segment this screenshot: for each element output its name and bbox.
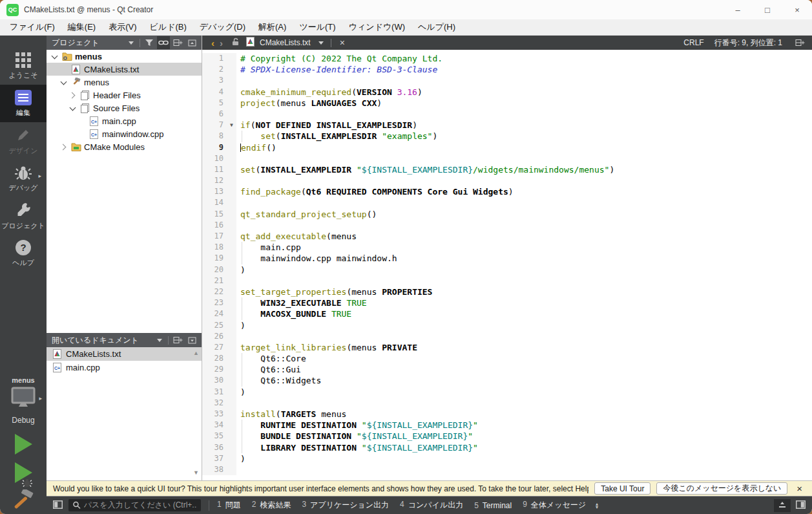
line-ending-indicator[interactable]: CRLF (683, 38, 703, 47)
code-line-34[interactable]: 34 RUNTIME DESTINATION "${INSTALL_EXAMPL… (202, 420, 812, 431)
mode-edit[interactable]: 編集 (0, 85, 47, 122)
open-file-name[interactable]: CMakeLists.txt (257, 38, 313, 47)
kit-flyout-icon[interactable]: ▸ (39, 395, 42, 402)
sync-with-editor-link-icon[interactable] (157, 36, 170, 49)
tree-item-source-files[interactable]: Source Files (47, 102, 202, 114)
close-document-icon[interactable]: × (333, 37, 351, 48)
hide-panel-icon[interactable] (185, 334, 198, 347)
code-line-11[interactable]: 11set(INSTALL_EXAMPLEDIR "${INSTALL_EXAM… (202, 164, 812, 175)
code-line-33[interactable]: 33install(TARGETS menus (202, 409, 812, 420)
split-panel-icon[interactable] (171, 36, 184, 49)
tree-item-project-menus[interactable]: menus (47, 50, 202, 63)
pane-navigation-arrows-icon[interactable]: ▴▾ (596, 502, 598, 509)
expander-open-icon[interactable] (59, 78, 68, 87)
code-editor[interactable]: 1# Copyright (C) 2022 The Qt Company Ltd… (202, 50, 812, 480)
output-pane-3[interactable]: 4コンパイル出力 (400, 500, 463, 511)
dismiss-message-button[interactable]: 今後このメッセージを表示しない (656, 482, 787, 495)
tree-item-cmake-modules[interactable]: CMake Modules (47, 140, 202, 153)
code-line-8[interactable]: 8 set(INSTALL_EXAMPLESDIR "examples") (202, 131, 812, 142)
menubar-item-5[interactable]: 解析(A) (252, 21, 293, 33)
navigate-forward-icon[interactable]: › (218, 37, 228, 48)
code-line-9[interactable]: 9endif() (202, 142, 812, 153)
menubar-item-6[interactable]: ツール(T) (293, 21, 342, 33)
code-line-23[interactable]: 23 WIN32_EXECUTABLE TRUE (202, 297, 812, 308)
code-line-7[interactable]: 7▼if(NOT DEFINED INSTALL_EXAMPLESDIR) (202, 120, 812, 131)
panel-chooser-caret-icon[interactable] (129, 41, 134, 45)
code-line-22[interactable]: 22set_target_properties(menus PROPERTIES (202, 286, 812, 297)
menubar-item-3[interactable]: ビルド(B) (143, 21, 193, 33)
code-line-1[interactable]: 1# Copyright (C) 2022 The Qt Company Ltd… (202, 53, 812, 64)
kit-selector-button[interactable] (10, 386, 36, 411)
code-line-36[interactable]: 36 LIBRARY DESTINATION "${INSTALL_EXAMPL… (202, 442, 812, 453)
menubar-item-1[interactable]: 編集(E) (61, 21, 102, 33)
code-line-14[interactable]: 14 (202, 197, 812, 208)
tree-item-cmakelists[interactable]: CMakeLists.txt (47, 63, 202, 76)
code-line-26[interactable]: 26 (202, 331, 812, 342)
expander-open-icon[interactable] (68, 104, 77, 112)
code-line-25[interactable]: 25) (202, 320, 812, 331)
cursor-position-indicator[interactable]: 行番号: 9, 列位置: 1 (714, 37, 782, 48)
split-panel-icon[interactable] (171, 334, 184, 347)
code-line-35[interactable]: 35 BUNDLE DESTINATION "${INSTALL_EXAMPLE… (202, 431, 812, 442)
code-line-32[interactable]: 32 (202, 398, 812, 409)
debug-flyout-icon[interactable]: ▸ (38, 173, 41, 179)
code-line-4[interactable]: 4cmake_minimum_required(VERSION 3.16) (202, 87, 812, 98)
output-pane-5[interactable]: 9全体メッセージ (523, 500, 586, 511)
split-editor-icon[interactable] (793, 36, 806, 49)
hide-panel-icon[interactable] (185, 36, 198, 49)
output-pane-0[interactable]: 1問題 (217, 500, 241, 511)
output-pane-1[interactable]: 2検索結果 (252, 500, 291, 511)
minimize-button[interactable]: – (723, 0, 753, 19)
menubar-item-4[interactable]: デバッグ(D) (193, 21, 252, 33)
code-line-12[interactable]: 12 (202, 175, 812, 186)
toggle-left-sidebar-icon[interactable] (53, 500, 63, 511)
open-document-cmakelists[interactable]: CMakeLists.txt (47, 347, 202, 361)
navigate-back-icon[interactable]: ‹ (207, 37, 218, 48)
panel-chooser-caret-icon[interactable] (157, 339, 162, 342)
output-pane-2[interactable]: 3アプリケーション出力 (302, 500, 389, 511)
menubar-item-2[interactable]: 表示(V) (102, 21, 143, 33)
code-line-21[interactable]: 21 (202, 275, 812, 286)
code-line-29[interactable]: 29 Qt6::Gui (202, 364, 812, 375)
code-line-19[interactable]: 19 mainwindow.cpp mainwindow.h (202, 253, 812, 264)
mode-debug[interactable]: ▸ デバッグ (0, 160, 47, 197)
code-line-10[interactable]: 10 (202, 153, 812, 164)
minimized-output-pane-icon[interactable] (774, 499, 791, 512)
code-line-24[interactable]: 24 MACOSX_BUNDLE TRUE (202, 308, 812, 319)
code-line-3[interactable]: 3 (202, 75, 812, 86)
scrollbar-down-icon[interactable]: ▼ (193, 469, 199, 476)
menubar-item-7[interactable]: ウィンドウ(W) (342, 21, 411, 33)
menubar-item-0[interactable]: ファイル(F) (3, 21, 61, 33)
code-line-15[interactable]: 15qt_standard_project_setup() (202, 209, 812, 220)
locator-search-input[interactable]: パスを入力してください (Ctrl+... (68, 499, 201, 511)
maximize-button[interactable]: □ (753, 0, 782, 19)
code-line-38[interactable]: 38 (202, 464, 812, 475)
mode-welcome[interactable]: ようこそ (0, 47, 47, 85)
code-line-18[interactable]: 18 main.cpp (202, 242, 812, 253)
code-line-5[interactable]: 5project(menus LANGUAGES CXX) (202, 98, 812, 109)
expander-closed-icon[interactable] (68, 91, 77, 100)
build-hammer-icon[interactable] (12, 489, 35, 511)
tree-item-main-cpp[interactable]: C+ main.cpp (47, 114, 202, 127)
expander-open-icon[interactable] (50, 52, 59, 61)
code-line-28[interactable]: 28 Qt6::Core (202, 353, 812, 364)
open-document-main-cpp[interactable]: C+ main.cpp (47, 361, 202, 374)
filter-icon[interactable] (143, 36, 156, 49)
code-line-20[interactable]: 20) (202, 264, 812, 275)
code-line-37[interactable]: 37) (202, 453, 812, 464)
infobar-close-icon[interactable]: × (793, 483, 806, 494)
mode-help[interactable]: ? ヘルプ (0, 235, 47, 272)
code-line-2[interactable]: 2# SPDX-License-Identifier: BSD-3-Clause (202, 64, 812, 75)
code-line-31[interactable]: 31) (202, 387, 812, 398)
run-button[interactable] (15, 434, 32, 455)
output-pane-4[interactable]: 5Terminal (474, 501, 512, 510)
code-line-27[interactable]: 27target_link_libraries(menus PRIVATE (202, 342, 812, 353)
tree-item-mainwindow-cpp[interactable]: C+ mainwindow.cpp (47, 127, 202, 140)
scrollbar-up-icon[interactable]: ▲ (193, 350, 199, 356)
expander-closed-icon[interactable] (59, 143, 68, 151)
close-button[interactable]: × (782, 0, 812, 19)
toggle-right-sidebar-icon[interactable] (796, 500, 806, 511)
code-line-17[interactable]: 17qt_add_executable(menus (202, 231, 812, 242)
tree-item-target-menus[interactable]: menus (47, 76, 202, 89)
menubar-item-8[interactable]: ヘルプ(H) (411, 21, 462, 33)
